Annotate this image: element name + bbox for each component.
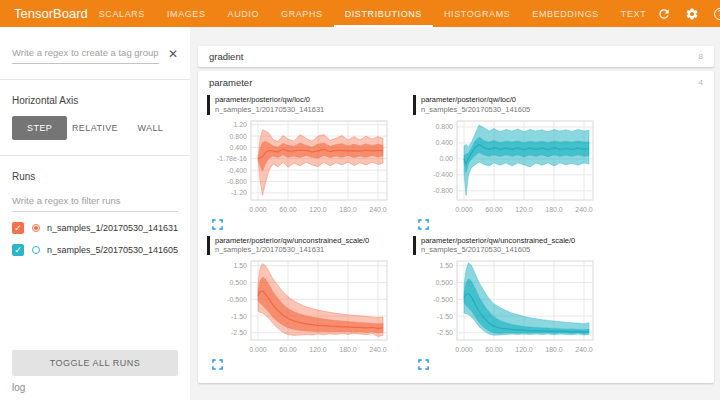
svg-text:0.000: 0.000	[455, 346, 473, 353]
svg-text:240.0: 240.0	[369, 346, 387, 353]
expand-chart-icon[interactable]	[212, 219, 223, 230]
chart-title-accent	[413, 236, 416, 256]
chart-card-scale-run2: parameter/posterior/qw/unconstrained_sca…	[413, 236, 609, 375]
chart-run-title: n_samples_1/20170530_141631	[215, 105, 324, 115]
svg-text:240.0: 240.0	[575, 346, 593, 353]
svg-text:0.500: 0.500	[229, 279, 247, 286]
svg-text:60.00: 60.00	[485, 206, 503, 213]
run-checkbox[interactable]	[12, 244, 24, 256]
section-parameter[interactable]: parameter 4	[198, 71, 714, 93]
svg-text:120.0: 120.0	[309, 346, 327, 353]
run-row-2[interactable]: n_samples_5/20170530_141605	[12, 244, 178, 256]
tab-audio[interactable]: AUDIO	[217, 0, 271, 27]
nav-tabs: SCALARS IMAGES AUDIO GRAPHS DISTRIBUTION…	[88, 0, 658, 27]
svg-text:-0.800: -0.800	[227, 178, 247, 185]
svg-text:180.0: 180.0	[339, 206, 357, 213]
svg-text:0.000: 0.000	[249, 206, 267, 213]
horizontal-axis-buttons: STEP RELATIVE WALL	[12, 116, 178, 140]
distribution-chart[interactable]: 1.500.500-0.500-1.50-2.500.00060.00120.0…	[413, 256, 599, 356]
svg-text:0.00: 0.00	[439, 155, 453, 162]
chart-card-scale-run1: parameter/posterior/qw/unconstrained_sca…	[207, 236, 403, 375]
main-content: gradient 8 parameter 4 parameter/posteri…	[190, 27, 720, 400]
svg-text:0.500: 0.500	[435, 279, 453, 286]
tab-distributions[interactable]: DISTRIBUTIONS	[334, 0, 433, 27]
chart-title-accent	[413, 95, 416, 115]
svg-text:-1.50: -1.50	[231, 313, 247, 320]
svg-text:60.00: 60.00	[485, 346, 503, 353]
chart-tag-title: parameter/posterior/qw/unconstrained_sca…	[421, 236, 575, 246]
tab-embeddings[interactable]: EMBEDDINGS	[521, 0, 610, 27]
clear-icon[interactable]: ✕	[168, 48, 178, 60]
tab-images[interactable]: IMAGES	[156, 0, 217, 27]
chart-run-title: n_samples_5/20170530_141605	[421, 105, 530, 115]
divider	[0, 155, 190, 156]
svg-text:0.400: 0.400	[435, 139, 453, 146]
svg-text:1.20: 1.20	[233, 121, 247, 128]
log-label: log	[12, 382, 25, 393]
chart-run-title: n_samples_5/20170530_141605	[421, 245, 575, 255]
svg-text:60.00: 60.00	[279, 346, 297, 353]
tab-histograms[interactable]: HISTOGRAMS	[433, 0, 521, 27]
expand-chart-icon[interactable]	[212, 359, 223, 370]
divider	[0, 79, 190, 80]
section-parameter-panel: parameter 4 parameter/posterior/qw/loc/0…	[198, 71, 714, 383]
chart-tag-title: parameter/posterior/qw/loc/0	[421, 95, 530, 105]
tag-group-input[interactable]	[12, 43, 159, 64]
svg-text:120.0: 120.0	[309, 206, 327, 213]
svg-text:-0.500: -0.500	[433, 296, 453, 303]
runs-label: Runs	[12, 171, 178, 182]
svg-text:0.800: 0.800	[229, 132, 247, 139]
svg-text:-0.800: -0.800	[433, 187, 453, 194]
svg-text:-1.78e-16: -1.78e-16	[217, 155, 247, 162]
help-icon[interactable]: ?	[713, 7, 720, 21]
svg-text:0.800: 0.800	[435, 123, 453, 130]
svg-text:-2.50: -2.50	[231, 329, 247, 336]
svg-text:240.0: 240.0	[575, 206, 593, 213]
distribution-chart[interactable]: 1.500.500-0.500-1.50-2.500.00060.00120.0…	[207, 256, 393, 356]
chart-tag-title: parameter/posterior/qw/loc/0	[215, 95, 324, 105]
settings-icon[interactable]	[685, 7, 699, 21]
tab-scalars[interactable]: SCALARS	[88, 0, 156, 27]
svg-text:0.400: 0.400	[229, 143, 247, 150]
chart-card-loc-run2: parameter/posterior/qw/loc/0 n_samples_5…	[413, 95, 609, 234]
run-isolator-icon[interactable]	[32, 246, 40, 254]
svg-text:1.50: 1.50	[233, 262, 247, 269]
section-title: gradient	[209, 51, 243, 62]
distribution-chart[interactable]: 1.200.8000.400-1.78e-16-0.400-0.800-1.20…	[207, 116, 393, 216]
section-count-badge: 8	[699, 52, 703, 61]
app-header: TensorBoard SCALARS IMAGES AUDIO GRAPHS …	[0, 0, 720, 27]
svg-text:120.0: 120.0	[515, 206, 533, 213]
svg-text:120.0: 120.0	[515, 346, 533, 353]
toggle-all-runs-button[interactable]: TOGGLE ALL RUNS	[12, 350, 178, 376]
svg-text:240.0: 240.0	[369, 206, 387, 213]
charts-grid: parameter/posterior/qw/loc/0 n_samples_1…	[198, 93, 714, 374]
refresh-icon[interactable]	[657, 7, 671, 21]
app-logo: TensorBoard	[0, 0, 88, 27]
run-checkbox[interactable]	[12, 222, 24, 234]
svg-text:-1.20: -1.20	[231, 189, 247, 196]
axis-wall-button[interactable]: WALL	[123, 116, 178, 140]
svg-text:-0.400: -0.400	[227, 166, 247, 173]
header-icons: ?	[657, 0, 720, 27]
run-row-1[interactable]: n_samples_1/20170530_141631	[12, 222, 178, 234]
run-isolator-dot	[34, 226, 38, 230]
chart-title-accent	[207, 236, 210, 256]
svg-text:-0.500: -0.500	[227, 296, 247, 303]
svg-text:0.000: 0.000	[455, 206, 473, 213]
tab-graphs[interactable]: GRAPHS	[270, 0, 334, 27]
distribution-chart[interactable]: 0.8000.4000.00-0.400-0.8000.00060.00120.…	[413, 116, 599, 216]
svg-text:-2.50: -2.50	[437, 329, 453, 336]
axis-relative-button[interactable]: RELATIVE	[67, 116, 122, 140]
axis-step-button[interactable]: STEP	[12, 116, 67, 140]
tab-text[interactable]: TEXT	[610, 0, 657, 27]
runs-filter-input[interactable]	[12, 191, 178, 212]
section-gradient[interactable]: gradient 8	[198, 46, 714, 67]
svg-text:0.000: 0.000	[249, 346, 267, 353]
svg-text:180.0: 180.0	[545, 346, 563, 353]
run-isolator-icon[interactable]	[32, 224, 40, 232]
expand-chart-icon[interactable]	[418, 219, 429, 230]
svg-text:60.00: 60.00	[279, 206, 297, 213]
section-count-badge: 4	[699, 78, 703, 87]
expand-chart-icon[interactable]	[418, 359, 429, 370]
run-label: n_samples_1/20170530_141631	[47, 223, 178, 233]
